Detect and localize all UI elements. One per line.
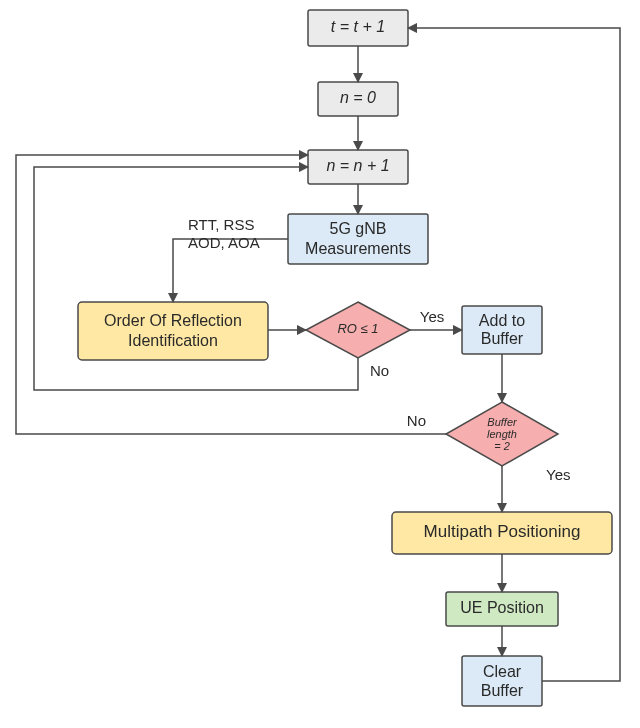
edge-label: RTT, RSS — [188, 216, 254, 233]
decision-buffer-length: Buffer length = 2 — [446, 402, 558, 466]
node-label: UE Position — [460, 599, 544, 616]
node-multipath-positioning: Multipath Positioning — [392, 512, 612, 554]
node-label: Order Of Reflection — [104, 312, 242, 329]
node-add-to-buffer: Add to Buffer — [462, 306, 542, 354]
node-label: t = t + 1 — [331, 18, 385, 35]
node-label: 5G gNB — [330, 220, 387, 237]
edge-buf-no — [16, 155, 446, 434]
node-label: n = n + 1 — [326, 157, 389, 174]
edge-label: Yes — [546, 466, 570, 483]
node-label: RO ≤ 1 — [337, 321, 378, 336]
edge-label: No — [407, 412, 426, 429]
node-label: n = 0 — [340, 89, 376, 106]
node-clear-buffer: Clear Buffer — [462, 656, 542, 706]
node-label: Buffer — [481, 330, 524, 347]
edge-label: No — [370, 362, 389, 379]
node-label: Multipath Positioning — [424, 522, 581, 541]
node-label: Identification — [128, 332, 218, 349]
node-label: length — [487, 428, 517, 440]
decision-ro-le-1: RO ≤ 1 — [306, 302, 410, 358]
svg-rect-4 — [78, 302, 268, 360]
node-n-zero: n = 0 — [318, 82, 398, 116]
edge-label: AOD, AOA — [188, 234, 260, 251]
node-increment-t: t = t + 1 — [308, 10, 408, 46]
node-label: Measurements — [305, 240, 411, 257]
node-ue-position: UE Position — [446, 592, 558, 626]
node-label: = 2 — [494, 440, 510, 452]
node-label: Buffer — [481, 682, 524, 699]
node-label: Buffer — [487, 416, 518, 428]
node-reflection-identification: Order Of Reflection Identification — [78, 302, 268, 360]
node-increment-n: n = n + 1 — [308, 150, 408, 184]
edge-label: Yes — [420, 308, 444, 325]
node-label: Add to — [479, 312, 525, 329]
node-5g-measurements: 5G gNB Measurements — [288, 214, 428, 264]
flowchart-canvas: t = t + 1 n = 0 n = n + 1 5G gNB Measure… — [0, 0, 640, 728]
node-label: Clear — [483, 663, 522, 680]
